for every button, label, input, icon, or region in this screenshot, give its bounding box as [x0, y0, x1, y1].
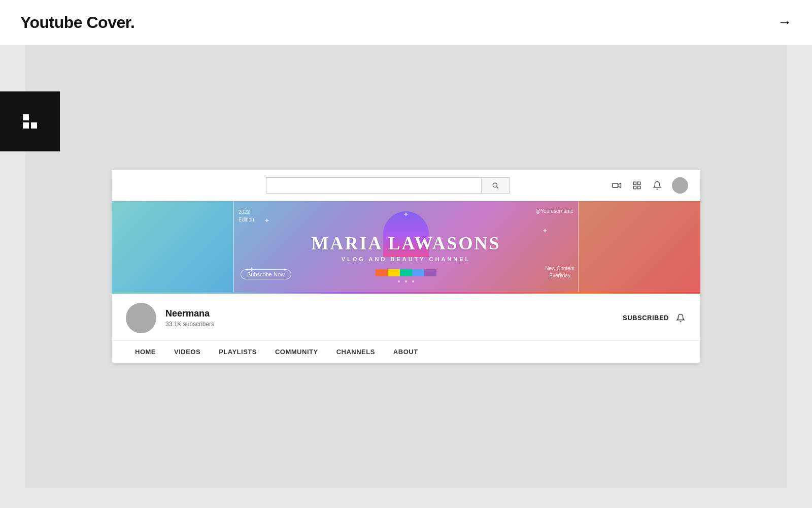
banner-divider-left	[233, 201, 234, 294]
dot-3	[412, 280, 414, 282]
banner-new-content: New Content Everyday	[545, 265, 574, 279]
channel-nav: HOMEVIDEOSPLAYLISTSCOMMUNITYCHANNELSABOU…	[112, 340, 700, 363]
dot-2	[405, 280, 407, 282]
stripe-3	[400, 269, 412, 276]
star-1: ✦	[264, 216, 270, 225]
nav-item-about[interactable]: ABOUT	[384, 341, 427, 363]
stripe-5	[424, 269, 436, 276]
channel-avatar	[126, 303, 156, 333]
yt-banner: ✦ ✦ ✦ ✦ ✦ MARIA LAWASONS VLOG AND BEAUTY…	[112, 201, 700, 294]
svg-rect-6	[638, 186, 640, 188]
subscribed-button[interactable]: SUBSCRIBED	[623, 314, 669, 322]
banner-left-section	[112, 201, 233, 294]
banner-subscribe-button[interactable]: Subscribe Now	[241, 269, 291, 279]
dot-1	[398, 280, 400, 282]
logo-pixel-2	[31, 114, 37, 120]
logo-pixel-3	[23, 122, 29, 129]
banner-username: @Yourusername	[535, 208, 573, 214]
nav-item-videos[interactable]: VIDEOS	[165, 341, 210, 363]
logo-pixel-4	[31, 122, 37, 129]
notification-icon[interactable]	[652, 180, 663, 191]
user-avatar[interactable]	[672, 177, 688, 194]
logo-pixel-1	[23, 114, 29, 120]
stripe-4	[412, 269, 424, 276]
nav-item-playlists[interactable]: PLAYLISTS	[210, 341, 266, 363]
channel-right: SUBSCRIBED	[623, 312, 686, 324]
banner-right-section	[579, 201, 700, 294]
banner-color-stripe	[376, 269, 436, 276]
channel-details: Neermana 33.1K subscribers	[165, 308, 214, 328]
channel-left: Neermana 33.1K subscribers	[126, 303, 214, 333]
search-button[interactable]	[481, 177, 510, 194]
yt-search-bar	[266, 177, 510, 194]
arrow-icon[interactable]: →	[777, 14, 792, 30]
svg-rect-3	[633, 182, 636, 184]
channel-info-row: Neermana 33.1K subscribers SUBSCRIBED	[112, 294, 700, 340]
video-camera-icon[interactable]	[611, 180, 622, 191]
banner-bottom-line	[112, 292, 700, 294]
logo-pixels	[23, 114, 37, 129]
banner-channel-name: MARIA LAWASONS	[311, 233, 500, 254]
grid-icon[interactable]	[631, 180, 642, 191]
svg-line-1	[497, 186, 498, 188]
star-2: ✦	[542, 227, 548, 235]
svg-rect-4	[638, 182, 640, 184]
top-bar: Youtube Cover. →	[0, 0, 812, 45]
search-input[interactable]	[266, 177, 481, 194]
nav-item-home[interactable]: HOME	[126, 341, 165, 363]
page-title: Youtube Cover.	[20, 13, 134, 32]
stripe-1	[376, 269, 388, 276]
channel-subscribers: 33.1K subscribers	[165, 321, 214, 328]
svg-point-0	[493, 183, 497, 187]
yt-header	[112, 170, 700, 201]
stripe-2	[388, 269, 400, 276]
nav-item-channels[interactable]: CHANNELS	[327, 341, 384, 363]
banner-edition-text: 2022 Edition	[239, 208, 254, 224]
channel-bell-icon[interactable]	[675, 312, 686, 324]
svg-rect-5	[633, 186, 636, 188]
banner-center-section: ✦ ✦ ✦ ✦ ✦ MARIA LAWASONS VLOG AND BEAUTY…	[233, 201, 579, 294]
content-area: ✦ ✦ ✦ ✦ ✦ MARIA LAWASONS VLOG AND BEAUTY…	[25, 45, 787, 488]
svg-rect-2	[613, 183, 618, 187]
channel-name: Neermana	[165, 308, 214, 319]
banner-divider-right	[578, 201, 579, 294]
yt-header-icons	[611, 177, 688, 194]
yt-card: ✦ ✦ ✦ ✦ ✦ MARIA LAWASONS VLOG AND BEAUTY…	[112, 170, 700, 363]
nav-item-community[interactable]: COMMUNITY	[266, 341, 327, 363]
banner-tagline: VLOG AND BEAUTY CHANNEL	[342, 256, 471, 262]
banner-dots	[398, 280, 414, 282]
logo-block	[0, 91, 60, 151]
star-center-top: ✦	[403, 210, 409, 218]
